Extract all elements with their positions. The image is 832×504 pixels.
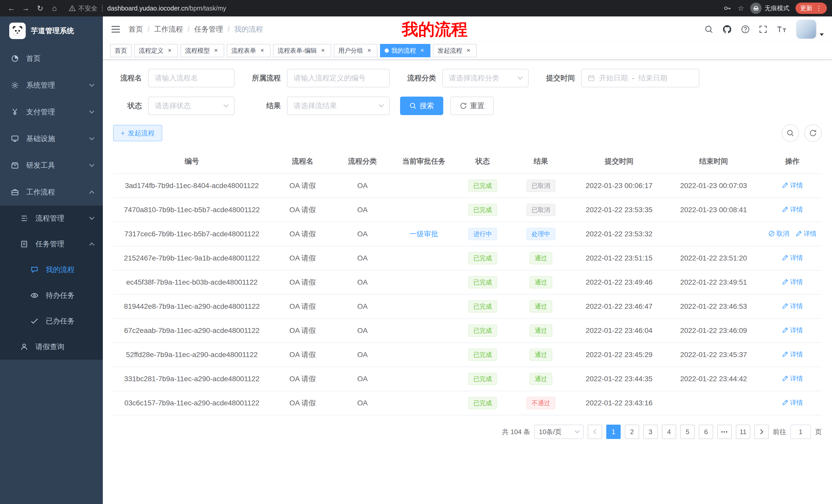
tab-用户分组[interactable]: 用户分组× [334, 44, 378, 57]
detail-action-link[interactable]: 详情 [782, 181, 803, 190]
cell-category: OA [335, 246, 390, 270]
tab-close-icon[interactable]: × [212, 47, 219, 54]
tab-close-icon[interactable]: × [465, 47, 472, 54]
tab-close-icon[interactable]: × [319, 47, 327, 54]
sidebar-toggle-icon[interactable] [111, 25, 120, 33]
jump-page-input[interactable] [790, 425, 811, 439]
detail-action-link[interactable]: 详情 [782, 254, 803, 262]
browser-update-button[interactable]: 更新 ⋮ [796, 3, 827, 14]
search-button[interactable]: 搜索 [400, 96, 443, 115]
submit-time-label: 提交时间 [539, 73, 575, 83]
sidebar-item-my-process[interactable]: 我的流程 [0, 257, 103, 283]
prev-page-button[interactable] [588, 425, 602, 439]
breadcrumb-item-workflow[interactable]: 工作流程 [154, 24, 183, 34]
pagination: 共 104 条 10条/页 123456•••11 前往 页 [113, 425, 822, 439]
help-icon[interactable] [741, 25, 750, 34]
sidebar-item-home[interactable]: 首页 [0, 45, 103, 72]
page-button-3[interactable]: 3 [643, 425, 658, 439]
sidebar-item-payment[interactable]: 支付管理 [0, 99, 103, 125]
submit-time-range[interactable]: 开始日期 - 结束日期 [581, 69, 699, 87]
tab-close-icon[interactable]: × [166, 47, 173, 54]
browser-menu-icon[interactable]: ⋮ [815, 4, 822, 12]
category-select[interactable]: 请选择流程分类 [442, 69, 529, 87]
tab-close-icon[interactable]: × [259, 47, 266, 54]
detail-action-link[interactable]: 详情 [796, 229, 816, 238]
result-select[interactable]: 请选择流结果 [287, 96, 390, 115]
sidebar-item-system[interactable]: 系统管理 [0, 72, 103, 99]
page-button-2[interactable]: 2 [625, 425, 639, 439]
user-avatar[interactable] [796, 20, 816, 39]
password-key-icon[interactable] [723, 4, 731, 12]
tab-流程表单[interactable]: 流程表单× [227, 44, 270, 57]
detail-action-link[interactable]: 详情 [782, 350, 803, 359]
status-select[interactable]: 请选择状态 [148, 96, 234, 115]
page-url[interactable]: dashboard.yudao.iocoder.cn/bpm/task/my [107, 5, 226, 12]
security-warning[interactable]: 不安全 [69, 4, 98, 12]
browser-forward-icon[interactable]: → [20, 2, 32, 15]
detail-action-link[interactable]: 详情 [782, 278, 803, 286]
toggle-search-button[interactable] [782, 124, 799, 142]
tab-发起流程[interactable]: 发起流程× [433, 44, 477, 57]
next-page-button[interactable] [754, 425, 769, 439]
process-name-input[interactable] [148, 69, 234, 87]
cell-end-time: 2022-01-22 23:46:53 [664, 295, 763, 318]
current-task-link[interactable]: 一级审批 [410, 230, 438, 238]
tab-流程定义[interactable]: 流程定义× [134, 44, 178, 57]
sidebar-item-task-management[interactable]: 任务管理 [0, 231, 103, 257]
sidebar-item-done-tasks[interactable]: 已办任务 [0, 308, 103, 334]
bookmark-star-icon[interactable]: ☆ [738, 4, 744, 12]
detail-action-link[interactable]: 详情 [782, 302, 803, 310]
tab-首页[interactable]: 首页 [110, 44, 132, 57]
cell-id: 7470a810-7b9b-11ec-b5b7-acde48001122 [113, 198, 270, 222]
tab-流程模型[interactable]: 流程模型× [181, 44, 224, 57]
detail-action-link[interactable]: 详情 [782, 326, 803, 334]
cell-process-name: OA 请假 [270, 318, 335, 343]
chevron-down-icon [89, 82, 94, 87]
browser-back-icon[interactable]: ← [5, 2, 18, 15]
result-tag: 已取消 [526, 179, 555, 192]
refresh-table-button[interactable] [804, 124, 822, 142]
tab-我的流程[interactable]: 我的流程× [380, 44, 431, 57]
detail-action-link[interactable]: 详情 [782, 205, 803, 214]
process-definition-input[interactable] [287, 69, 390, 87]
font-size-icon[interactable] [777, 25, 787, 33]
sidebar-item-workflow[interactable]: 工作流程 [0, 179, 103, 205]
action-label: 取消 [777, 229, 789, 238]
app-logo[interactable]: 芋道管理系统 [0, 17, 103, 45]
page-size-select[interactable]: 10条/页 [534, 425, 583, 439]
edit-icon [782, 206, 788, 213]
reset-button[interactable]: 重置 [450, 96, 494, 115]
cancel-action-link[interactable]: 取消 [768, 229, 789, 238]
detail-action-link[interactable]: 详情 [782, 398, 803, 407]
github-icon[interactable] [723, 25, 732, 34]
fullscreen-icon[interactable] [759, 25, 767, 33]
page-button-11[interactable]: 11 [736, 425, 750, 439]
tab-close-icon[interactable]: × [366, 47, 373, 54]
browser-home-icon[interactable]: ⌂ [48, 2, 61, 15]
my-process-icon [30, 265, 39, 274]
create-process-button[interactable]: + 发起流程 [113, 125, 162, 141]
page-button-1[interactable]: 1 [606, 425, 621, 439]
browser-reload-icon[interactable]: ↻ [34, 2, 46, 15]
sidebar-item-infrastructure[interactable]: 基础设施 [0, 125, 103, 152]
breadcrumb-item-home[interactable]: 首页 [129, 24, 143, 34]
sidebar-item-todo-tasks[interactable]: 待办任务 [0, 283, 103, 308]
page-ellipsis-button[interactable]: ••• [717, 425, 732, 439]
page-button-6[interactable]: 6 [699, 425, 713, 439]
search-icon[interactable] [704, 25, 713, 34]
page-button-4[interactable]: 4 [662, 425, 676, 439]
sidebar-item-label: 系统管理 [26, 80, 55, 90]
chevron-up-icon [89, 243, 94, 248]
refresh-icon [460, 102, 467, 109]
sidebar-item-leave-query[interactable]: 请假查询 [0, 334, 103, 360]
tab-流程表单-编辑[interactable]: 流程表单-编辑× [273, 44, 331, 57]
breadcrumb-item-task-management[interactable]: 任务管理 [194, 24, 223, 34]
tab-close-icon[interactable]: × [419, 47, 426, 54]
sidebar-item-devtools[interactable]: 研发工具 [0, 152, 103, 179]
address-bar[interactable]: 不安全 dashboard.yudao.iocoder.cn/bpm/task/… [69, 4, 721, 12]
page-button-5[interactable]: 5 [680, 425, 695, 439]
user-menu[interactable] [796, 20, 824, 39]
detail-action-link[interactable]: 详情 [782, 374, 803, 383]
incognito-label: 无痕模式 [765, 4, 789, 12]
sidebar-item-process-management[interactable]: 流程管理 [0, 205, 103, 231]
